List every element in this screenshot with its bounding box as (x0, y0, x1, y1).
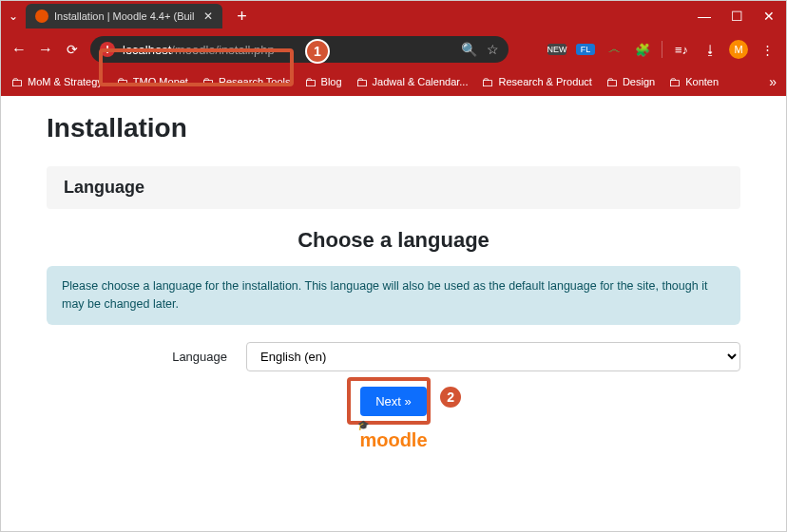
toolbar-divider (662, 41, 662, 58)
close-tab-icon[interactable]: ✕ (203, 10, 213, 23)
bookmark-folder[interactable]: 🗀Design (605, 75, 655, 89)
bookmark-overflow-icon[interactable]: » (769, 74, 777, 89)
active-tab[interactable]: Installation | Moodle 4.4+ (Buil ✕ (26, 4, 222, 28)
language-label: Language (47, 350, 227, 364)
media-control-icon[interactable]: ≡♪ (672, 43, 691, 57)
bookmark-folder[interactable]: 🗀Blog (304, 75, 342, 89)
page-heading: Installation (47, 113, 740, 143)
window-controls: — ☐ ✕ (695, 9, 778, 24)
next-button[interactable]: Next » (360, 387, 427, 416)
url-text: localhost/moodle/install.php (123, 43, 275, 57)
bookmark-folder[interactable]: 🗀Research & Product (481, 75, 591, 89)
tab-title: Installation | Moodle 4.4+ (Buil (54, 10, 194, 22)
folder-icon: 🗀 (10, 75, 23, 89)
folder-icon: 🗀 (116, 75, 128, 89)
back-icon[interactable]: ← (10, 41, 28, 58)
moodle-logo: 🎓moodle (47, 429, 740, 451)
bookmark-folder[interactable]: 🗀TMO Monet (116, 75, 188, 89)
extensions-icon[interactable]: 🧩 (633, 43, 652, 57)
chrome-menu-icon[interactable]: ⋮ (758, 43, 777, 57)
section-title: Language (64, 178, 723, 198)
reload-icon[interactable]: ⟳ (64, 42, 81, 57)
address-bar[interactable]: ! localhost/moodle/install.php 🔍 ☆ (90, 36, 509, 63)
page-content: Installation Language Choose a language … (1, 96, 786, 531)
folder-icon: 🗀 (202, 75, 214, 89)
folder-icon: 🗀 (605, 75, 618, 89)
info-message: Please choose a language for the install… (47, 266, 740, 325)
language-card: Language (47, 166, 740, 209)
folder-icon: 🗀 (481, 75, 493, 89)
tab-dropdown-icon[interactable]: ⌄ (9, 10, 18, 23)
graduation-cap-icon: 🎓 (357, 420, 369, 430)
folder-icon: 🗀 (355, 75, 368, 89)
browser-toolbar: ← → ⟳ ! localhost/moodle/install.php 🔍 ☆… (1, 31, 786, 67)
folder-icon: 🗀 (668, 75, 681, 89)
extension-swirl-icon[interactable]: ෴ (605, 42, 624, 57)
bookmark-folder[interactable]: 🗀Research Tools (202, 75, 291, 89)
bookmark-star-icon[interactable]: ☆ (487, 42, 499, 57)
downloads-icon[interactable]: ⭳ (701, 43, 720, 57)
new-badge[interactable]: NEW (547, 44, 566, 55)
minimize-icon[interactable]: — (695, 9, 714, 24)
extension-fl-icon[interactable]: FL (576, 44, 595, 55)
bookmarks-bar: 🗀MoM & Strategy 🗀TMO Monet 🗀Research Too… (1, 67, 786, 96)
forward-icon[interactable]: → (37, 41, 54, 58)
profile-avatar[interactable]: M (729, 40, 748, 59)
search-icon[interactable]: 🔍 (461, 42, 477, 57)
language-select[interactable]: English (en) (246, 342, 740, 371)
bookmark-folder[interactable]: 🗀Jadwal & Calendar... (355, 75, 469, 89)
new-tab-button[interactable]: + (232, 7, 251, 27)
bookmark-folder[interactable]: 🗀MoM & Strategy (10, 75, 103, 89)
annotation-number-2: 2 (438, 385, 463, 409)
tab-favicon (35, 10, 48, 23)
browser-tab-bar: ⌄ Installation | Moodle 4.4+ (Buil ✕ + —… (1, 1, 786, 31)
bookmark-folder[interactable]: 🗀Konten (668, 75, 719, 89)
choose-language-title: Choose a language (47, 228, 740, 253)
url-host: localhost (123, 43, 171, 57)
maximize-icon[interactable]: ☐ (727, 9, 746, 24)
moodle-logo-text: moodle (359, 429, 427, 450)
url-path: /moodle/install.php (171, 43, 274, 57)
close-window-icon[interactable]: ✕ (759, 9, 778, 24)
folder-icon: 🗀 (304, 75, 317, 89)
site-info-icon[interactable]: ! (100, 42, 115, 57)
language-field-row: Language English (en) (47, 342, 740, 371)
